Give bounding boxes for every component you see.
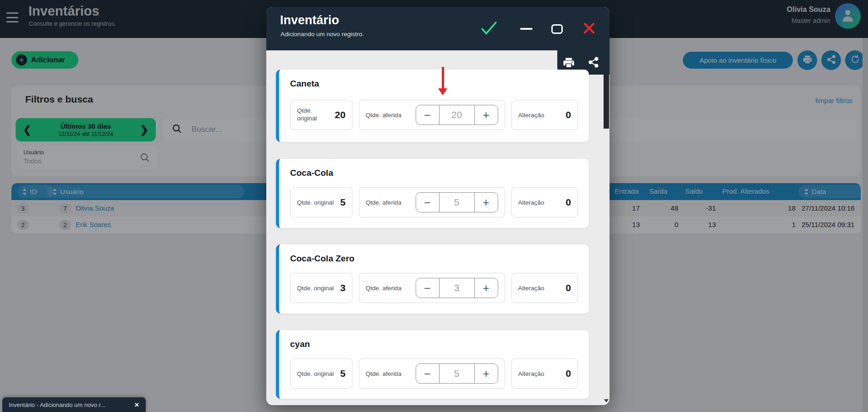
quantity-stepper: − 5 + (416, 363, 498, 384)
increment-button[interactable]: + (475, 364, 498, 383)
measured-qty-label: Qtde. aferida (366, 370, 401, 377)
modal-subtitle: Adicionando um novo registro. (280, 31, 364, 38)
original-qty-value: 20 (335, 109, 345, 120)
change-label: Alteração (518, 199, 544, 206)
change-value: 0 (566, 197, 571, 208)
original-qty-box: Qtde. original 5 (290, 358, 352, 389)
original-qty-label: Qtde. original (297, 370, 334, 377)
increment-button[interactable]: + (475, 193, 498, 212)
measured-qty-label: Qtde. aferida (366, 199, 401, 206)
original-qty-value: 3 (340, 282, 346, 293)
minimize-button[interactable] (518, 21, 534, 37)
minimized-window-label: Inventário - Adicionando um novo r... (9, 401, 134, 408)
original-qty-label: Qtde. original (297, 199, 334, 206)
change-label: Alteração (518, 370, 544, 377)
decrement-button[interactable]: − (416, 105, 439, 125)
change-value: 0 (566, 109, 571, 120)
original-qty-value: 5 (340, 197, 346, 208)
modal-print-button[interactable] (562, 56, 575, 69)
measured-qty-box: Qtde. aferida − 20 + (359, 100, 505, 130)
product-card: Caneta Qtde. original 20 Qtde. aferida −… (276, 70, 589, 142)
minimized-window-tab[interactable]: Inventário - Adicionando um novo r... ✕ (2, 397, 146, 412)
measured-qty-label: Qtde. aferida (366, 285, 401, 292)
original-qty-box: Qtde. original 3 (290, 273, 352, 303)
change-box: Alteração 0 (511, 100, 578, 130)
change-label: Alteração (518, 112, 544, 119)
inventory-modal: Inventário Adicionando um novo registro. (266, 7, 610, 405)
measured-qty-value[interactable]: 20 (439, 105, 475, 125)
change-box: Alteração 0 (511, 358, 578, 389)
measured-qty-box: Qtde. aferida − 5 + (359, 187, 505, 217)
change-box: Alteração 0 (511, 187, 578, 217)
original-qty-box: Qtde. original 5 (290, 187, 352, 217)
product-card: Coca-Cola Zero Qtde. original 3 Qtde. af… (276, 244, 589, 314)
confirm-button[interactable] (481, 21, 497, 37)
modal-header: Inventário Adicionando um novo registro. (266, 7, 610, 50)
red-annotation-arrow (437, 67, 449, 95)
maximize-button[interactable] (549, 21, 565, 37)
original-qty-box: Qtde. original 20 (290, 100, 352, 130)
increment-button[interactable]: + (475, 278, 498, 298)
decrement-button[interactable]: − (416, 278, 439, 298)
decrement-button[interactable]: − (416, 193, 439, 212)
product-name: cyan (290, 339, 578, 349)
product-name: Caneta (290, 79, 578, 89)
quantity-stepper: − 3 + (416, 278, 498, 298)
original-qty-label: Qtde. original (297, 285, 334, 292)
decrement-button[interactable]: − (416, 364, 439, 383)
product-card: cyan Qtde. original 5 Qtde. aferida − 5 … (276, 330, 589, 399)
change-box: Alteração 0 (511, 273, 578, 303)
change-value: 0 (566, 368, 571, 379)
maximize-icon (551, 24, 563, 34)
measured-qty-box: Qtde. aferida − 5 + (359, 358, 505, 389)
product-card: Coca-Cola Qtde. original 5 Qtde. aferida… (276, 159, 589, 228)
close-icon[interactable]: ✕ (134, 401, 139, 408)
change-value: 0 (566, 282, 571, 293)
original-qty-value: 5 (340, 368, 346, 379)
measured-qty-value[interactable]: 5 (439, 364, 475, 383)
measured-qty-value[interactable]: 5 (439, 193, 475, 212)
product-name: Coca-Cola (290, 168, 578, 178)
measured-qty-box: Qtde. aferida − 3 + (359, 273, 505, 303)
quantity-stepper: − 5 + (416, 192, 498, 212)
measured-qty-label: Qtde. aferida (366, 112, 401, 119)
minimize-icon (520, 28, 533, 30)
scroll-down-arrow-icon[interactable] (604, 399, 609, 402)
modal-scrollbar[interactable] (603, 50, 610, 405)
quantity-stepper: − 20 + (416, 105, 498, 125)
scrollbar-thumb[interactable] (604, 75, 609, 129)
original-qty-label: Qtde. original (297, 107, 322, 123)
share-icon (588, 62, 599, 70)
check-icon (480, 20, 498, 38)
modal-share-button[interactable] (588, 56, 600, 69)
change-label: Alteração (518, 285, 544, 292)
product-name: Coca-Cola Zero (290, 254, 578, 264)
measured-qty-value[interactable]: 3 (439, 278, 475, 298)
increment-button[interactable]: + (475, 105, 498, 125)
close-button[interactable] (581, 21, 597, 37)
modal-title: Inventário (280, 13, 339, 27)
close-icon (583, 22, 595, 36)
